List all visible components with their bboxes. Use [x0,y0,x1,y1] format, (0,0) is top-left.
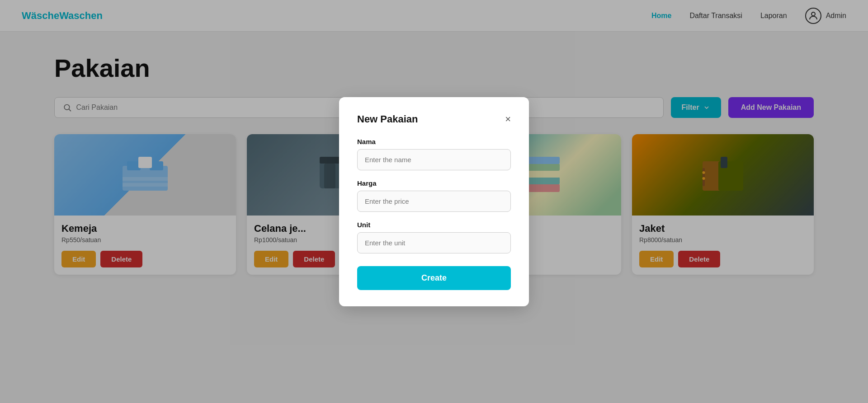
modal-overlay[interactable]: New Pakaian × Nama Harga Unit Create [0,0,868,403]
new-pakaian-modal: New Pakaian × Nama Harga Unit Create [339,97,529,306]
input-nama[interactable] [357,149,511,170]
form-group-unit: Unit [357,221,511,253]
form-group-harga: Harga [357,179,511,212]
form-label-unit: Unit [357,221,511,229]
modal-close-button[interactable]: × [505,114,511,124]
modal-header: New Pakaian × [357,113,511,125]
create-button[interactable]: Create [357,266,511,290]
input-harga[interactable] [357,191,511,212]
modal-title: New Pakaian [357,113,418,125]
form-label-harga: Harga [357,179,511,187]
form-label-nama: Nama [357,138,511,145]
input-unit[interactable] [357,232,511,253]
form-group-nama: Nama [357,138,511,170]
